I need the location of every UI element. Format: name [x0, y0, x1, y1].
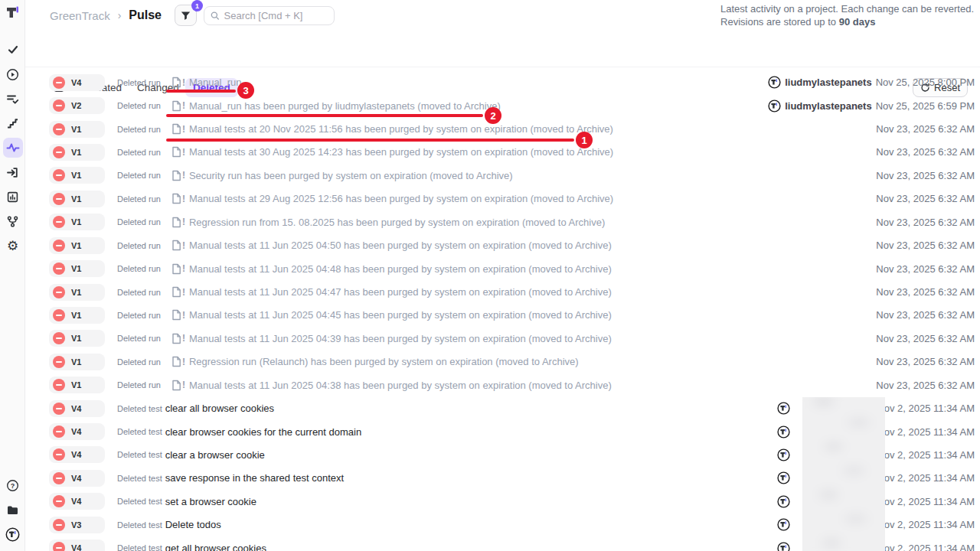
timestamp: Nov 2, 2025 11:34 AM — [877, 472, 975, 484]
version-label: V1 — [71, 148, 81, 157]
timestamp: Nov 25, 2025 6:59 PM — [876, 100, 975, 112]
warning-exclamation: ! — [182, 194, 185, 204]
activity-row[interactable]: V1 Deleted run ! Manual tests at 11 Jun … — [25, 233, 980, 256]
activity-row[interactable]: V1 Deleted run ! Regression run (Relaunc… — [25, 350, 980, 373]
activity-row[interactable]: V1 Deleted run ! Security run has been p… — [25, 164, 980, 187]
activity-row[interactable]: V1 Deleted run ! Manual tests at 11 Jun … — [25, 280, 980, 303]
check-icon[interactable] — [3, 40, 23, 60]
row-meta: Nov 23, 2025 6:32 AM — [876, 217, 975, 228]
action-label: Deleted test — [117, 427, 162, 436]
row-title[interactable]: Manual_run — [189, 77, 242, 88]
deleted-minus-icon — [53, 216, 65, 228]
row-title[interactable]: Manual tests at 11 Jun 2025 04:47 has be… — [189, 286, 612, 298]
row-meta: Nov 23, 2025 6:32 AM — [876, 263, 975, 275]
steps-icon[interactable] — [3, 113, 23, 133]
timestamp: Nov 23, 2025 6:32 AM — [876, 356, 975, 367]
folder-icon[interactable] — [3, 500, 23, 520]
version-label: V4 — [71, 450, 81, 459]
pulse-icon[interactable] — [3, 138, 23, 158]
row-title[interactable]: set a browser cookie — [165, 496, 256, 507]
timestamp: Nov 2, 2025 11:34 AM — [877, 496, 975, 507]
timestamp: Nov 23, 2025 6:32 AM — [876, 123, 975, 135]
activity-row[interactable]: V1 Deleted run ! Manual tests at 11 Jun … — [25, 327, 980, 350]
warning-exclamation: ! — [182, 100, 185, 111]
app-logo-icon[interactable] — [5, 5, 21, 21]
row-title[interactable]: Manual tests at 11 Jun 2025 04:50 has be… — [189, 240, 612, 251]
row-title[interactable]: Manual tests at 11 Jun 2025 04:38 has be… — [189, 380, 612, 391]
list-check-icon[interactable] — [3, 89, 23, 109]
row-title[interactable]: Manual tests at 11 Jun 2025 04:45 has be… — [189, 309, 612, 321]
row-title[interactable]: Manual tests at 20 Nov 2025 11:56 has be… — [189, 123, 613, 135]
row-title[interactable]: clear browser cookies for the current do… — [165, 426, 362, 438]
version-label: V1 — [71, 217, 81, 227]
document-icon: ! — [172, 100, 185, 112]
user-avatar-icon — [777, 471, 790, 484]
bar-chart-icon[interactable] — [3, 187, 23, 207]
timestamp: Nov 23, 2025 6:32 AM — [876, 380, 975, 391]
row-title[interactable]: Manual tests at 11 Jun 2025 04:39 has be… — [189, 333, 612, 344]
row-title[interactable]: Regression run (Relaunch) has been purge… — [189, 356, 579, 367]
version-label: V1 — [71, 357, 81, 367]
profile-avatar-icon[interactable] — [3, 524, 23, 544]
action-label: Deleted run — [117, 311, 161, 320]
user-name[interactable]: liudmylastepanets — [785, 77, 871, 88]
row-title[interactable]: clear all browser cookies — [165, 403, 274, 414]
gear-icon[interactable]: ⚙ — [3, 236, 23, 256]
row-title[interactable]: clear a browser cookie — [165, 449, 265, 461]
info-line-2: Revisions are stored up to 90 days — [720, 15, 974, 28]
activity-row[interactable]: V1 Deleted run ! Manual tests at 29 Aug … — [25, 187, 980, 210]
activity-row[interactable]: V1 Deleted run ! Manual tests at 20 Nov … — [25, 117, 980, 140]
breadcrumb-project[interactable]: GreenTrack — [50, 9, 110, 22]
row-title[interactable]: Security run has been purged by system o… — [189, 170, 513, 181]
warning-exclamation: ! — [182, 357, 185, 367]
row-title[interactable]: Manual tests at 11 Jun 2025 04:48 has be… — [189, 263, 612, 275]
row-title[interactable]: Regression run from 15. 08.2025 has been… — [189, 217, 605, 228]
version-label: V3 — [71, 520, 81, 530]
help-icon[interactable]: ? — [3, 475, 23, 495]
document-icon: ! — [172, 77, 185, 88]
action-label: Deleted run — [117, 288, 161, 297]
version-badge: V1 — [49, 354, 105, 370]
deleted-minus-icon — [53, 146, 65, 158]
breadcrumb: GreenTrack › Pulse — [50, 8, 162, 22]
document-icon: ! — [172, 170, 185, 181]
action-label: Deleted run — [117, 241, 161, 250]
action-label: Deleted run — [117, 264, 161, 273]
row-title[interactable]: Manual_run has been purged by liudmylast… — [189, 100, 501, 112]
activity-row[interactable]: V1 Deleted run ! Manual tests at 11 Jun … — [25, 257, 980, 280]
row-title[interactable]: Manual tests at 29 Aug 2025 12:56 has be… — [189, 193, 613, 204]
user-avatar-icon — [777, 518, 790, 531]
deleted-minus-icon — [53, 403, 65, 415]
activity-row[interactable]: V1 Deleted run ! Manual tests at 11 Jun … — [25, 373, 980, 396]
row-title[interactable]: get all browser cookies — [165, 543, 266, 551]
action-label: Deleted run — [117, 171, 161, 180]
version-label: V1 — [71, 241, 81, 250]
branch-icon[interactable] — [3, 211, 23, 231]
deleted-minus-icon — [53, 262, 65, 275]
sidebar-nav: ⚙ — [0, 40, 25, 260]
user-name[interactable]: liudmylastepanets — [785, 100, 871, 112]
timestamp: Nov 2, 2025 11:34 AM — [877, 403, 975, 414]
activity-row[interactable]: V1 Deleted run ! Manual tests at 11 Jun … — [25, 304, 980, 327]
activity-row[interactable]: V1 Deleted run ! Manual tests at 30 Aug … — [25, 141, 980, 164]
row-meta: liudmylastepanets Nov 25, 2025 6:59 PM — [768, 99, 975, 112]
deleted-minus-icon — [53, 240, 65, 252]
timestamp: Nov 23, 2025 6:32 AM — [876, 217, 975, 228]
search-input[interactable] — [224, 10, 328, 21]
sign-in-icon[interactable] — [3, 162, 23, 182]
warning-exclamation: ! — [182, 170, 185, 181]
version-label: V4 — [71, 78, 81, 87]
version-badge: V1 — [49, 167, 105, 184]
user-avatar-icon — [777, 425, 790, 439]
deleted-minus-icon — [53, 472, 65, 484]
row-meta: Nov 23, 2025 6:32 AM — [876, 193, 975, 204]
row-title[interactable]: Delete todos — [165, 519, 221, 530]
play-circle-icon[interactable] — [3, 64, 23, 84]
row-title[interactable]: save response in the shared test context — [165, 472, 344, 484]
version-label: V1 — [71, 264, 81, 273]
document-icon: ! — [172, 123, 185, 135]
user-avatar-icon — [768, 76, 781, 89]
row-title[interactable]: Manual tests at 30 Aug 2025 14:23 has be… — [189, 146, 613, 158]
document-icon: ! — [172, 286, 185, 298]
activity-row[interactable]: V1 Deleted run ! Regression run from 15.… — [25, 210, 980, 233]
